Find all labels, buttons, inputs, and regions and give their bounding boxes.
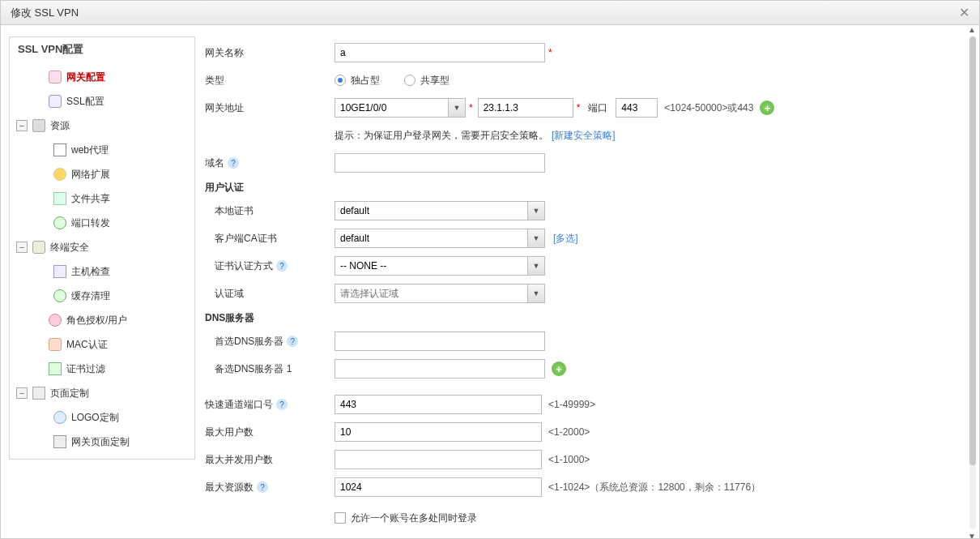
folder-icon [32, 119, 45, 132]
scrollbar-thumb[interactable] [969, 36, 976, 465]
max-concurrent-input[interactable] [334, 450, 542, 469]
help-icon[interactable]: ? [228, 157, 239, 169]
addr-tip: 提示：为保证用户登录网关，需要开启安全策略。 [334, 129, 548, 143]
nav-port-forward[interactable]: 端口转发 [13, 211, 194, 235]
required-mark: * [577, 102, 581, 113]
label-max-concurrent: 最大并发用户数 [205, 453, 334, 467]
label-max-res: 最大资源数? [205, 481, 334, 494]
chevron-down-icon[interactable]: ▼ [527, 284, 545, 303]
nav-page-custom[interactable]: −页面定制 [13, 381, 194, 405]
local-cert-input[interactable] [334, 201, 527, 220]
auth-domain-combo[interactable]: ▼ [334, 284, 545, 303]
add-button[interactable]: + [552, 361, 566, 376]
titlebar: 修改 SSL VPN ✕ [1, 1, 979, 25]
web-icon [53, 143, 66, 156]
radio-exclusive[interactable]: 独占型 [334, 74, 380, 88]
nav-gateway-config[interactable]: 网关配置 [13, 65, 194, 89]
chevron-down-icon[interactable]: ▼ [527, 229, 545, 248]
chevron-down-icon[interactable]: ▼ [527, 256, 545, 276]
fast-port-hint: <1-49999> [548, 399, 595, 410]
local-cert-combo[interactable]: ▼ [334, 201, 545, 220]
ip-input[interactable] [478, 98, 573, 118]
nav-terminal-security[interactable]: −终端安全 [13, 235, 194, 259]
close-icon[interactable]: ✕ [959, 5, 969, 20]
label-type: 类型 [205, 74, 334, 88]
collapse-icon[interactable]: − [16, 120, 28, 131]
chevron-down-icon[interactable]: ▼ [527, 201, 545, 220]
secondary-dns-input[interactable] [334, 359, 545, 379]
network-icon [53, 168, 66, 181]
sidebar-panel: SSL VPN配置 网关配置 SSL配置 −资源 web代理 网络扩展 文件共享… [9, 36, 195, 460]
label-client-ca: 客户端CA证书 [205, 232, 334, 246]
help-icon[interactable]: ? [257, 481, 268, 493]
cert-icon [49, 362, 62, 375]
shield-icon [32, 241, 45, 254]
nav-gateway-page[interactable]: 网关页面定制 [13, 430, 194, 454]
clean-icon [53, 289, 66, 302]
help-icon[interactable]: ? [287, 336, 298, 347]
nav-ssl-config[interactable]: SSL配置 [13, 89, 194, 113]
cert-auth-input[interactable] [334, 256, 527, 276]
chevron-down-icon[interactable]: ▼ [448, 98, 466, 118]
radio-shared[interactable]: 共享型 [404, 74, 450, 88]
label-max-users: 最大用户数 [205, 426, 334, 439]
nav-web-proxy[interactable]: web代理 [13, 138, 194, 162]
scrollbar[interactable]: ▲ ▼ [969, 36, 976, 529]
label-fast-port: 快速通道端口号? [205, 398, 334, 412]
new-policy-link[interactable]: [新建安全策略] [552, 129, 616, 143]
nav-cert-filter[interactable]: 证书过滤 [13, 357, 194, 381]
nav-resources[interactable]: −资源 [13, 113, 194, 138]
globe-icon [49, 71, 62, 83]
radio-icon [404, 75, 415, 86]
gateway-name-input[interactable] [334, 43, 545, 62]
client-ca-combo[interactable]: ▼ [334, 229, 545, 248]
scroll-up-icon[interactable]: ▲ [968, 25, 976, 34]
nav-cache-clean[interactable]: 缓存清理 [13, 284, 194, 308]
auth-domain-input[interactable] [334, 284, 527, 303]
multi-select-link[interactable]: [多选] [553, 232, 578, 246]
dialog-title: 修改 SSL VPN [11, 6, 79, 20]
collapse-icon[interactable]: − [16, 242, 28, 253]
scroll-down-icon[interactable]: ▼ [968, 532, 976, 538]
required-mark: * [548, 47, 552, 58]
radio-icon [334, 75, 346, 86]
nav-network-ext[interactable]: 网络扩展 [13, 162, 194, 186]
port-icon [53, 216, 66, 229]
label-domain: 域名? [205, 156, 334, 170]
user-icon [49, 314, 62, 327]
allow-multi-checkbox[interactable] [334, 512, 346, 524]
nav-role-user[interactable]: 角色授权/用户 [13, 308, 194, 332]
collapse-icon[interactable]: − [16, 387, 28, 399]
label-secondary-dns: 备选DNS服务器 1 [205, 362, 334, 376]
nav-host-check[interactable]: 主机检查 [13, 259, 194, 284]
help-icon[interactable]: ? [276, 399, 288, 410]
label-local-cert: 本地证书 [205, 204, 334, 218]
max-users-hint: <1-2000> [548, 426, 590, 438]
logo-icon [53, 411, 66, 424]
primary-dns-input[interactable] [334, 332, 545, 351]
section-dns: DNS服务器 [205, 311, 971, 325]
interface-input[interactable] [334, 98, 448, 118]
nav-logo-custom[interactable]: LOGO定制 [13, 405, 194, 430]
label-cert-auth: 证书认证方式? [205, 259, 334, 273]
file-icon [53, 192, 66, 205]
max-users-input[interactable] [334, 422, 542, 442]
page-icon [32, 387, 45, 400]
nav-mac-auth[interactable]: MAC认证 [13, 332, 194, 357]
required-mark: * [469, 102, 473, 113]
nav-file-share[interactable]: 文件共享 [13, 186, 194, 211]
label-auth-domain: 认证域 [205, 287, 334, 301]
cert-auth-combo[interactable]: ▼ [334, 256, 545, 276]
fast-port-input[interactable] [334, 395, 542, 414]
client-ca-input[interactable] [334, 229, 527, 248]
section-user-auth: 用户认证 [205, 181, 971, 195]
label-port: 端口 [588, 101, 607, 115]
help-icon[interactable]: ? [276, 260, 288, 272]
allow-multi-label: 允许一个账号在多处同时登录 [351, 511, 477, 525]
port-input[interactable] [616, 98, 658, 118]
add-button[interactable]: + [760, 101, 774, 115]
port-hint: <1024-50000>或443 [664, 101, 753, 115]
max-res-input[interactable] [334, 477, 542, 497]
interface-combo[interactable]: ▼ [334, 98, 466, 118]
domain-input[interactable] [334, 153, 545, 173]
